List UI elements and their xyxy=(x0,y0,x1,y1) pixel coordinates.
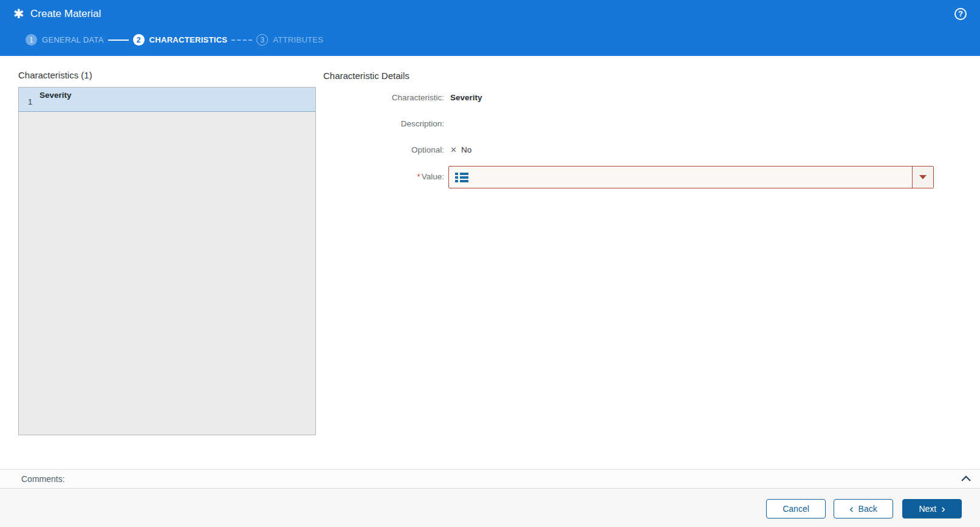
step-connector-dashed xyxy=(231,40,252,41)
value-field-body[interactable] xyxy=(449,167,912,188)
footer-bar: Cancel ‹ Back Next › xyxy=(0,489,980,527)
list-item-severity[interactable]: 1 Severity xyxy=(19,88,315,112)
chevron-right-icon: › xyxy=(941,503,945,514)
step-general-data[interactable]: 1 GENERAL DATA xyxy=(26,34,104,46)
step-indicator: 1 GENERAL DATA 2 CHARACTERISTICS 3 ATTRI… xyxy=(26,34,323,46)
chevron-left-icon: ‹ xyxy=(849,503,853,514)
step-characteristics[interactable]: 2 CHARACTERISTICS xyxy=(133,34,228,46)
page-title: Create Material xyxy=(30,7,101,21)
details-title: Characteristic Details xyxy=(323,71,409,81)
characteristics-list-title: Characteristics (1) xyxy=(18,70,92,80)
step-2-circle: 2 xyxy=(133,34,145,46)
step-2-label: CHARACTERISTICS xyxy=(149,35,228,44)
value-combobox[interactable] xyxy=(448,166,934,188)
value-dropdown-button[interactable] xyxy=(912,167,933,188)
dropdown-arrow-icon xyxy=(919,175,927,179)
step-1-label: GENERAL DATA xyxy=(42,35,104,44)
back-button[interactable]: ‹ Back xyxy=(834,499,893,518)
characteristic-value: Severity xyxy=(450,93,482,102)
list-item-index: 1 xyxy=(28,97,32,106)
characteristic-label: Characteristic: xyxy=(323,93,444,102)
chevron-up-icon[interactable] xyxy=(961,475,971,483)
optional-value: ✕ No xyxy=(450,145,471,154)
step-1-circle: 1 xyxy=(26,34,37,46)
asterisk-icon: ✱ xyxy=(13,7,24,21)
create-material-wizard: ✱ Create Material ? 1 GENERAL DATA 2 CHA… xyxy=(0,0,980,527)
comments-label: Comments: xyxy=(21,474,65,484)
step-3-circle: 3 xyxy=(256,34,268,46)
description-row: Description: xyxy=(323,119,450,128)
optional-value-text: No xyxy=(461,145,471,154)
wizard-header: ✱ Create Material ? 1 GENERAL DATA 2 CHA… xyxy=(0,0,980,56)
step-attributes[interactable]: 3 ATTRIBUTES xyxy=(256,34,323,46)
characteristics-list: 1 Severity xyxy=(18,87,316,435)
next-button-label: Next xyxy=(919,504,936,514)
comments-panel-header: Comments: xyxy=(0,469,980,489)
list-item-name: Severity xyxy=(39,91,72,100)
cancel-button[interactable]: Cancel xyxy=(766,499,826,518)
value-help-list-icon xyxy=(455,172,468,183)
help-icon[interactable]: ? xyxy=(954,8,967,20)
characteristic-row: Characteristic: Severity xyxy=(323,93,482,102)
value-row-label: *Value: xyxy=(323,172,444,181)
optional-label: Optional: xyxy=(323,145,444,154)
cancel-button-label: Cancel xyxy=(783,504,809,514)
required-indicator: * xyxy=(417,172,420,181)
description-label: Description: xyxy=(323,119,444,128)
next-button[interactable]: Next › xyxy=(902,499,962,518)
decline-icon: ✕ xyxy=(450,145,457,154)
optional-row: Optional: ✕ No xyxy=(323,145,471,154)
step-connector-solid xyxy=(108,40,129,41)
value-label: *Value: xyxy=(323,172,444,181)
back-button-label: Back xyxy=(858,504,877,514)
step-3-label: ATTRIBUTES xyxy=(273,35,323,44)
